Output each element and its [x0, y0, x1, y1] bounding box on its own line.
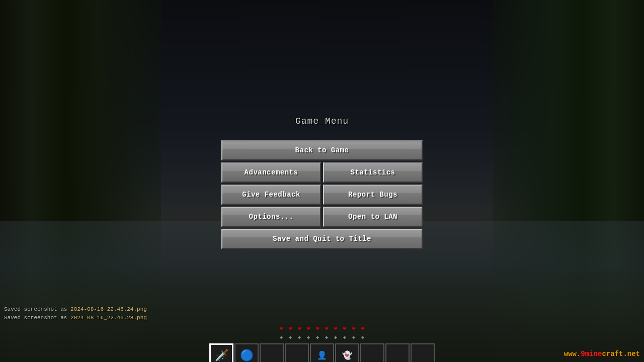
- hotbar-slot-6[interactable]: 👻: [335, 343, 359, 362]
- row-feedback-bugs: Give Feedback Report Bugs: [221, 185, 423, 205]
- armor-9: ◆: [350, 333, 358, 341]
- hotbar-slot-1[interactable]: 🗡️: [209, 343, 233, 362]
- watermark-text-9mine: 9mine: [581, 350, 602, 358]
- statistics-button[interactable]: Statistics: [323, 162, 423, 183]
- hotbar-slot-5[interactable]: 👤: [310, 343, 334, 362]
- log-line2-file: 2024-08-16_22.46.28.png: [70, 315, 147, 321]
- health-bar: ❤ ❤ ❤ ❤ ❤ ❤ ❤ ❤ ❤ ❤: [277, 324, 367, 332]
- log-line2-prefix: Saved screenshot as: [4, 315, 70, 321]
- row-advancements-statistics: Advancements Statistics: [221, 162, 423, 183]
- heart-2: ❤: [286, 324, 294, 332]
- armor-7: ◆: [332, 333, 340, 341]
- back-to-game-button[interactable]: Back to Game: [221, 140, 423, 160]
- armor-6: ◆: [323, 333, 331, 341]
- hotbar-slot-8[interactable]: [385, 343, 410, 362]
- log-line1-file: 2024-08-16_22.46.24.png: [70, 306, 147, 312]
- hotbar-slot-3[interactable]: [260, 343, 284, 362]
- heart-10: ❤: [359, 324, 367, 332]
- options-button[interactable]: Options...: [221, 207, 321, 227]
- save-and-quit-button[interactable]: Save and Quit to Title: [221, 229, 423, 249]
- log-line-2: Saved screenshot as 2024-08-16_22.46.28.…: [4, 314, 147, 322]
- heart-7: ❤: [332, 324, 340, 332]
- watermark: www.9minecraft.net: [564, 350, 640, 358]
- hotbar-slot-2[interactable]: 🔵: [234, 343, 259, 362]
- armor-10: ◆: [359, 333, 367, 341]
- hotbar-slot-4[interactable]: [285, 343, 309, 362]
- armor-bar: ◆ ◆ ◆ ◆ ◆ ◆ ◆ ◆ ◆ ◆: [277, 333, 367, 341]
- armor-8: ◆: [341, 333, 349, 341]
- log-line-1: Saved screenshot as 2024-08-16_22.46.24.…: [4, 305, 147, 314]
- heart-9: ❤: [350, 324, 358, 332]
- watermark-text-craft: craft.net: [602, 350, 640, 358]
- armor-2: ◆: [286, 333, 294, 341]
- armor-4: ◆: [304, 333, 312, 341]
- menu-title: Game Menu: [295, 116, 349, 126]
- game-menu: Game Menu Back to Game Advancements Stat…: [216, 116, 428, 251]
- hud: ❤ ❤ ❤ ❤ ❤ ❤ ❤ ❤ ❤ ❤ ◆ ◆ ◆ ◆ ◆ ◆ ◆ ◆ ◆ ◆ …: [0, 324, 644, 362]
- open-to-lan-button[interactable]: Open to LAN: [323, 207, 423, 227]
- heart-6: ❤: [323, 324, 331, 332]
- hotbar-slot-9[interactable]: [411, 343, 435, 362]
- heart-3: ❤: [295, 324, 303, 332]
- armor-1: ◆: [277, 333, 285, 341]
- hotbar: 🗡️ 🔵 👤 👻: [209, 343, 435, 362]
- armor-3: ◆: [295, 333, 303, 341]
- advancements-button[interactable]: Advancements: [221, 162, 321, 183]
- report-bugs-button[interactable]: Report Bugs: [323, 185, 423, 205]
- give-feedback-button[interactable]: Give Feedback: [221, 185, 321, 205]
- heart-4: ❤: [304, 324, 312, 332]
- screenshot-log: Saved screenshot as 2024-08-16_22.46.24.…: [4, 305, 147, 322]
- armor-5: ◆: [313, 333, 321, 341]
- watermark-text-www: www.: [564, 350, 581, 358]
- hotbar-slot-7[interactable]: [360, 343, 384, 362]
- heart-8: ❤: [341, 324, 349, 332]
- heart-1: ❤: [277, 324, 285, 332]
- heart-5: ❤: [313, 324, 321, 332]
- row-options-lan: Options... Open to LAN: [221, 207, 423, 227]
- log-line1-prefix: Saved screenshot as: [4, 306, 70, 312]
